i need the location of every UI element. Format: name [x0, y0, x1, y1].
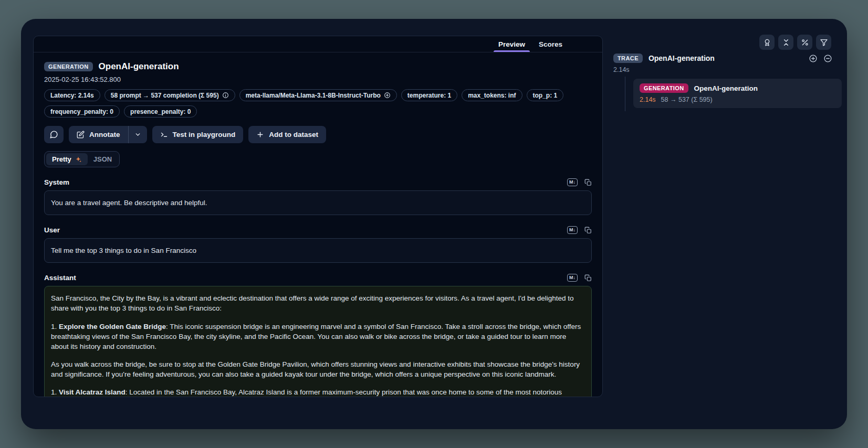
message-role-label: User	[44, 226, 60, 234]
message-content: Tell me the top 3 things to do in San Fr…	[44, 238, 592, 263]
message-content: San Francisco, the City by the Bay, is a…	[44, 286, 592, 397]
expand-all-button[interactable]	[809, 54, 818, 63]
trace-title: OpenAI-generation	[649, 54, 803, 62]
playground-label: Test in playground	[173, 131, 236, 138]
trace-latency: 2.14s	[613, 66, 630, 73]
parameter-chip: temperature: 1	[401, 89, 457, 101]
chip-label: frequency_penalty: 0	[50, 108, 113, 115]
filter-button[interactable]	[816, 35, 831, 50]
info-icon[interactable]	[222, 92, 229, 99]
minus-circle-icon	[823, 54, 832, 63]
scores-award-button[interactable]	[759, 35, 775, 50]
copy-icon[interactable]	[584, 274, 592, 282]
parameter-chip: meta-llama/Meta-Llama-3.1-8B-Instruct-Tu…	[239, 89, 397, 101]
trace-header[interactable]: TRACE OpenAI-generation	[613, 54, 832, 63]
plus-circle-icon[interactable]	[384, 92, 391, 99]
metrics-percent-button[interactable]	[797, 35, 812, 50]
trace-tree: GENERATION OpenAI-generation 2.14s 58 → …	[625, 77, 842, 111]
message-role-label: System	[44, 178, 69, 186]
add-to-dataset-button[interactable]: Add to dataset	[248, 126, 326, 143]
collapse-vertical-icon	[782, 38, 790, 47]
observation-preview-panel: Preview Scores GENERATION OpenAI-generat…	[33, 36, 603, 397]
chevron-down-icon	[134, 131, 141, 138]
pretty-view-tab[interactable]: Pretty	[46, 153, 88, 165]
message-role-label: Assistant	[44, 274, 76, 282]
markdown-toggle-icon[interactable]: M↓	[567, 226, 578, 234]
chip-label: temperature: 1	[407, 92, 451, 99]
percent-icon	[801, 38, 809, 47]
trace-toolbar	[759, 35, 831, 50]
parameter-chip: 58 prompt → 537 completion (Σ 595)	[104, 89, 235, 101]
chip-label: Latency: 2.14s	[50, 92, 94, 99]
view-mode-toggle: Pretty JSON	[44, 151, 120, 167]
trace-badge: TRACE	[613, 54, 643, 63]
generation-node-latency: 2.14s	[640, 96, 656, 103]
message-content: You are a travel agent. Be descriptive a…	[44, 190, 592, 215]
message-section: System M↓ You are a travel agent. Be des…	[44, 178, 592, 215]
copy-icon[interactable]	[584, 179, 592, 186]
generation-tree-node[interactable]: GENERATION OpenAI-generation 2.14s 58 → …	[633, 79, 842, 108]
plus-circle-icon	[809, 54, 818, 63]
test-in-playground-button[interactable]: Test in playground	[152, 126, 244, 143]
generation-badge: GENERATION	[640, 83, 688, 93]
award-icon	[763, 38, 771, 47]
sparkles-icon	[75, 156, 82, 163]
parameter-chips: Latency: 2.14s 58 prompt → 537 completio…	[44, 89, 592, 118]
chat-bubble-icon	[49, 130, 58, 139]
message-section: Assistant M↓ San Francisco, the City by …	[44, 274, 592, 397]
message-sections: System M↓ You are a travel agent. Be des…	[44, 178, 592, 397]
tab-scores[interactable]: Scores	[532, 36, 569, 52]
chip-label: 58 prompt → 537 completion (Σ 595)	[111, 92, 219, 99]
plus-icon	[256, 131, 264, 138]
collapse-button[interactable]	[778, 35, 793, 50]
annotate-label: Annotate	[89, 131, 120, 138]
chip-label: max_tokens: inf	[468, 92, 516, 99]
annotate-split-button: Annotate	[69, 126, 147, 143]
generation-node-tokens: 58 → 537 (Σ 595)	[661, 96, 713, 103]
comments-button[interactable]	[44, 126, 64, 143]
chip-label: top_p: 1	[533, 92, 558, 99]
parameter-chip: presence_penalty: 0	[124, 105, 197, 118]
parameter-chip: top_p: 1	[527, 89, 564, 101]
observation-content: GENERATION OpenAI-generation 2025-02-25 …	[34, 52, 602, 397]
observation-timestamp: 2025-02-25 16:43:52.800	[44, 76, 592, 83]
chip-label: meta-llama/Meta-Llama-3.1-8B-Instruct-Tu…	[246, 92, 381, 99]
preview-tabbar: Preview Scores	[34, 36, 602, 52]
annotate-dropdown-button[interactable]	[128, 126, 147, 143]
markdown-toggle-icon[interactable]: M↓	[567, 178, 578, 186]
parameter-chip: Latency: 2.14s	[44, 89, 100, 101]
edit-icon	[77, 131, 85, 138]
add-to-dataset-label: Add to dataset	[269, 131, 318, 138]
terminal-icon	[160, 131, 168, 138]
chip-label: presence_penalty: 0	[130, 108, 191, 115]
pretty-label: Pretty	[52, 155, 71, 163]
observation-type-badge: GENERATION	[44, 62, 93, 71]
app-window: Preview Scores GENERATION OpenAI-generat…	[21, 19, 847, 429]
parameter-chip: max_tokens: inf	[462, 89, 522, 101]
annotate-button[interactable]: Annotate	[69, 126, 128, 143]
observation-title: OpenAI-generation	[99, 61, 179, 72]
message-section: User M↓ Tell me the top 3 things to do i…	[44, 226, 592, 263]
markdown-toggle-icon[interactable]: M↓	[567, 274, 578, 282]
filter-icon	[820, 38, 828, 47]
tab-preview[interactable]: Preview	[492, 36, 531, 52]
collapse-all-button[interactable]	[823, 54, 832, 63]
json-view-tab[interactable]: JSON	[88, 153, 118, 165]
copy-icon[interactable]	[584, 227, 592, 234]
generation-node-title: OpenAI-generation	[694, 84, 758, 92]
parameter-chip: frequency_penalty: 0	[44, 105, 120, 118]
